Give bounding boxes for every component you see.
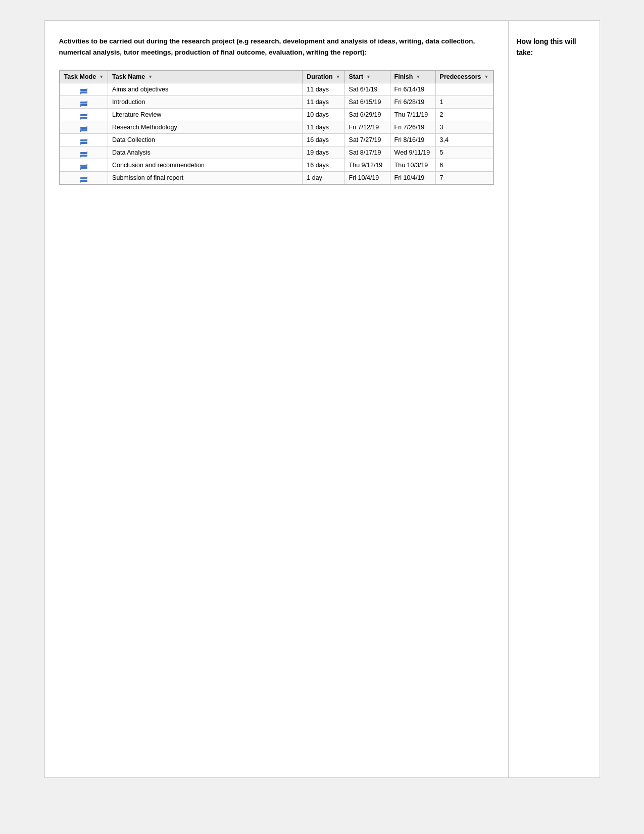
table-row: Research Methodology11 daysFri 7/12/19Fr… [60,121,493,134]
duration-cell: 11 days [303,121,344,134]
task-mode-cell [60,134,108,146]
task-name-cell: Data Collection [108,134,303,146]
task-mode-icon [80,102,87,106]
start-cell: Sat 6/1/19 [344,83,390,96]
duration-cell: 19 days [303,146,344,159]
start-cell: Sat 6/29/19 [344,109,390,121]
table-row: Literature Review10 daysSat 6/29/19Thu 7… [60,109,493,121]
start-cell: Fri 10/4/19 [344,172,390,184]
col-header-task-name: Task Name ▼ [108,71,303,83]
start-dropdown-icon[interactable]: ▼ [366,74,371,79]
predecessors-cell [435,83,493,96]
table-row: Data Collection16 daysSat 7/27/19Fri 8/1… [60,134,493,146]
task-mode-cell [60,121,108,134]
task-name-cell: Research Methodology [108,121,303,134]
how-long-text: How long this will take: [517,36,591,59]
task-mode-icon [80,89,87,93]
task-mode-cell [60,159,108,172]
duration-cell: 11 days [303,96,344,109]
finish-cell: Wed 9/11/19 [390,146,435,159]
task-name-dropdown-icon[interactable]: ▼ [148,74,153,79]
task-mode-icon [80,127,87,131]
start-cell: Sat 8/17/19 [344,146,390,159]
page-wrapper: Activities to be carried out during the … [0,0,644,834]
intro-text: Activities to be carried out during the … [59,36,494,58]
duration-cell: 16 days [303,134,344,146]
task-mode-cell [60,96,108,109]
duration-cell: 10 days [303,109,344,121]
col-header-finish: Finish ▼ [390,71,435,83]
task-mode-icon [80,177,87,182]
predecessors-cell: 2 [435,109,493,121]
finish-cell: Fri 6/28/19 [390,96,435,109]
predecessors-cell: 7 [435,172,493,184]
duration-cell: 1 day [303,172,344,184]
task-mode-icon [80,139,87,144]
start-cell: Thu 9/12/19 [344,159,390,172]
col-header-duration: Duration ▼ [303,71,344,83]
task-name-cell: Submission of final report [108,172,303,184]
finish-cell: Fri 6/14/19 [390,83,435,96]
table-row: Submission of final report1 dayFri 10/4/… [60,172,493,184]
task-mode-icon [80,165,87,169]
task-mode-icon [80,114,87,119]
task-name-cell: Conclusion and recommendetion [108,159,303,172]
task-table: Task Mode ▼ Task Name ▼ [60,70,493,184]
task-mode-cell [60,109,108,121]
finish-cell: Thu 7/11/19 [390,109,435,121]
duration-dropdown-icon[interactable]: ▼ [336,74,340,79]
predecessors-cell: 3 [435,121,493,134]
table-row: Conclusion and recommendetion16 daysThu … [60,159,493,172]
start-cell: Sat 7/27/19 [344,134,390,146]
table-row: Data Analysis19 daysSat 8/17/19Wed 9/11/… [60,146,493,159]
predecessors-dropdown-icon[interactable]: ▼ [484,74,489,79]
task-name-cell: Data Analysis [108,146,303,159]
task-mode-cell [60,146,108,159]
finish-cell: Fri 7/26/19 [390,121,435,134]
task-table-wrapper: Task Mode ▼ Task Name ▼ [59,70,494,185]
col-header-start: Start ▼ [344,71,390,83]
finish-cell: Fri 8/16/19 [390,134,435,146]
predecessors-cell: 3,4 [435,134,493,146]
task-name-cell: Aims and objectives [108,83,303,96]
predecessors-cell: 5 [435,146,493,159]
finish-dropdown-icon[interactable]: ▼ [416,74,420,79]
right-panel: How long this will take: [509,21,600,777]
finish-cell: Thu 10/3/19 [390,159,435,172]
main-content: Activities to be carried out during the … [44,20,600,778]
predecessors-cell: 1 [435,96,493,109]
start-cell: Fri 7/12/19 [344,121,390,134]
col-header-task-mode: Task Mode ▼ [60,71,108,83]
table-row: Aims and objectives11 daysSat 6/1/19Fri … [60,83,493,96]
task-mode-dropdown-icon[interactable]: ▼ [99,74,104,79]
predecessors-cell: 6 [435,159,493,172]
task-mode-cell [60,83,108,96]
task-name-cell: Literature Review [108,109,303,121]
task-name-cell: Introduction [108,96,303,109]
task-mode-cell [60,172,108,184]
duration-cell: 16 days [303,159,344,172]
table-row: Introduction11 daysSat 6/15/19Fri 6/28/1… [60,96,493,109]
col-header-predecessors: Predecessors ▼ [435,71,493,83]
task-mode-icon [80,152,87,157]
duration-cell: 11 days [303,83,344,96]
start-cell: Sat 6/15/19 [344,96,390,109]
finish-cell: Fri 10/4/19 [390,172,435,184]
left-panel: Activities to be carried out during the … [45,21,509,777]
